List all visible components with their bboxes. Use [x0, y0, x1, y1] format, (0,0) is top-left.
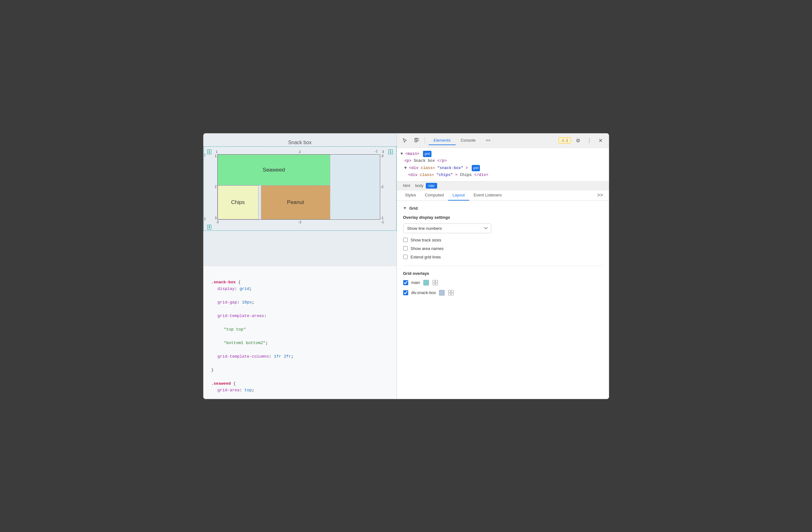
overlay-snackbox-color[interactable] — [439, 290, 445, 296]
preview-title: Snack box — [207, 137, 393, 150]
row-nums-left: 1 2 3 — [213, 154, 217, 220]
tab-more[interactable]: >> — [480, 136, 495, 145]
svg-rect-8 — [448, 293, 451, 295]
outer-num-tl: 1 — [207, 150, 212, 154]
extend-grid-lines-checkbox[interactable] — [403, 255, 408, 259]
grid-preview: Snack box 1 -1 1 1 1 2 3 — [203, 134, 396, 266]
breadcrumb-body[interactable]: body — [412, 183, 426, 188]
inspect-icon[interactable] — [401, 136, 409, 145]
close-icon[interactable]: ✕ — [596, 136, 605, 145]
outer-left-1: 1 — [204, 153, 206, 157]
overlay-settings: Overlay display settings Show line numbe… — [403, 215, 603, 260]
right-panel: Elements Console >> ⚠ 1 ⚙ ⋮ ✕ ▼ <main> g… — [397, 134, 609, 399]
show-area-names-row: Show area names — [403, 246, 603, 251]
svg-rect-7 — [451, 290, 453, 292]
code-panel: .snack-box { display: grid; grid-gap: 10… — [203, 266, 396, 399]
dom-chips-line[interactable]: <div class= "chips" > Chips </div> — [408, 171, 605, 179]
overlay-main-checkbox[interactable] — [403, 280, 408, 285]
show-track-sizes-label[interactable]: Show track sizes — [411, 238, 441, 242]
show-track-sizes-row: Show track sizes — [403, 238, 603, 242]
chips-cell: Chips — [218, 185, 259, 220]
extend-grid-lines-label[interactable]: Extend grid lines — [411, 255, 441, 260]
outer-num-tr: 1 — [388, 150, 393, 154]
overlay-main-color[interactable] — [423, 280, 429, 285]
dom-panel: ▼ <main> grid <p> Snack box </p> ▼ <div … — [397, 148, 609, 182]
svg-rect-6 — [448, 290, 451, 292]
svg-rect-5 — [436, 283, 438, 285]
settings-icon[interactable]: ⚙ — [574, 136, 582, 145]
grid-badge-div: grid — [472, 165, 480, 171]
row-nums-right: -3 -2 -1 — [380, 154, 387, 220]
grid-overlays-section: Grid overlays main — [403, 271, 603, 296]
overlay-snackbox-item: div.snack-box — [403, 290, 603, 296]
overlay-main-item: main — [403, 280, 603, 286]
grid-section-title: Grid — [409, 206, 418, 211]
svg-rect-2 — [433, 280, 435, 282]
seaweed-cell: Seaweed — [218, 155, 330, 185]
grid-toggle[interactable]: ▼ — [403, 206, 407, 210]
overlay-dropdown[interactable]: Show line numbers Show area names Hide — [403, 224, 491, 233]
grid-with-side-nums: 1 2 3 Seaweed Chips Peanut — [213, 154, 387, 220]
left-panel: Snack box 1 -1 1 1 1 2 3 — [203, 134, 397, 399]
breadcrumb-html[interactable]: html — [401, 183, 413, 188]
dom-p-line[interactable]: <p> Snack box </p> — [404, 157, 605, 165]
tab-computed[interactable]: Computed — [420, 190, 448, 200]
extend-grid-lines-row: Extend grid lines — [403, 255, 603, 260]
tab-elements[interactable]: Elements — [429, 136, 456, 145]
warning-badge[interactable]: ⚠ 1 — [559, 137, 571, 143]
tab-layout[interactable]: Layout — [448, 190, 469, 200]
devtools-window: Snack box 1 -1 1 1 1 2 3 — [203, 133, 609, 399]
tab-console[interactable]: Console — [456, 136, 481, 145]
css-selector-2: .seaweed — [211, 381, 231, 386]
show-track-sizes-checkbox[interactable] — [403, 238, 408, 242]
tabs-more-icon[interactable]: >> — [595, 191, 605, 199]
overlay-snackbox-grid-icon[interactable] — [448, 290, 454, 296]
col-nums-bottom: -3 -2 -1 — [213, 220, 387, 224]
col-nums-top: 1 2 3 — [213, 150, 387, 154]
divider — [403, 266, 603, 266]
svg-rect-1 — [416, 139, 419, 141]
more-options-icon[interactable]: ⋮ — [585, 136, 594, 145]
show-area-names-label[interactable]: Show area names — [411, 246, 444, 251]
overlay-snackbox-label[interactable]: div.snack-box — [411, 290, 436, 295]
code-block: .snack-box { display: grid; grid-gap: 10… — [211, 272, 389, 399]
device-icon[interactable] — [412, 136, 421, 145]
svg-rect-9 — [451, 293, 453, 295]
show-area-names-checkbox[interactable] — [403, 246, 408, 251]
breadcrumb-nav[interactable]: nav — [426, 183, 437, 188]
grid-overlays-title: Grid overlays — [403, 271, 603, 276]
dropdown-row: Show line numbers Show area names Hide — [403, 224, 603, 233]
overlay-main-label[interactable]: main — [411, 280, 420, 285]
right-panel-content: ▼ Grid Overlay display settings Show lin… — [397, 201, 609, 399]
toolbar: Elements Console >> ⚠ 1 ⚙ ⋮ ✕ — [397, 134, 609, 148]
actual-grid: Seaweed Chips Peanut — [217, 154, 380, 220]
css-selector-1: .snack-box — [211, 280, 236, 284]
toolbar-separator-1 — [424, 137, 425, 143]
outer-num-tr-neg: -1 — [375, 150, 378, 153]
svg-rect-4 — [433, 283, 435, 285]
tab-styles[interactable]: Styles — [401, 190, 420, 200]
dom-main-line[interactable]: ▼ <main> grid — [401, 151, 605, 158]
peanut-cell: Peanut — [261, 185, 330, 220]
dom-div-line[interactable]: ▼ <div class= "snack-box" > grid — [404, 165, 605, 172]
overlay-settings-title: Overlay display settings — [403, 215, 603, 220]
panel-tabs-row: Styles Computed Layout Event Listeners >… — [397, 190, 609, 201]
svg-rect-3 — [436, 280, 438, 282]
main-tab-nav: Elements Console >> — [429, 136, 556, 145]
tab-event-listeners[interactable]: Event Listeners — [469, 190, 506, 200]
outer-bottom-left: 2 — [204, 217, 206, 221]
gap-cell — [259, 185, 261, 220]
overlay-snackbox-checkbox[interactable] — [403, 290, 408, 295]
grid-badge-main: grid — [423, 151, 432, 157]
outer-num-bl: 3 — [207, 225, 212, 229]
grid-section-header: ▼ Grid — [403, 206, 603, 211]
breadcrumb: html body nav — [397, 182, 609, 190]
overlay-main-grid-icon[interactable] — [432, 280, 438, 286]
